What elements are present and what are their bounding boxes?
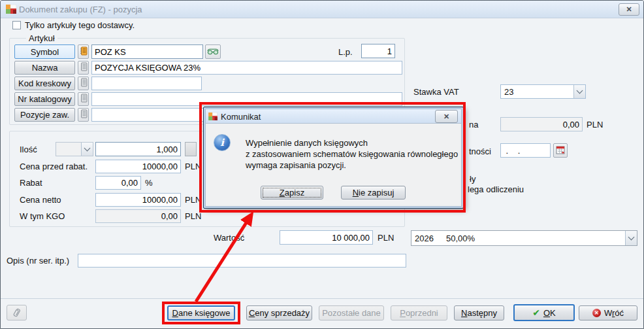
komunikat-dialog: Komunikat ✕ i Wypełnienie danych księgow… xyxy=(203,107,464,209)
nr-katalogowy-label-button[interactable]: Nr katalogowy xyxy=(14,92,75,106)
wroc-button[interactable]: ✕ Wróć xyxy=(579,305,637,320)
nr-katalogowy-input[interactable] xyxy=(91,92,402,106)
hidden-text-fragment-2: lega odliczeniu xyxy=(468,184,524,194)
cena-netto-label: Cena netto xyxy=(20,195,61,205)
poprzedni-button: Poprzedni xyxy=(391,305,447,320)
dialog-title: Komunikat xyxy=(221,112,261,122)
wroc-label: Wróć xyxy=(604,308,624,318)
close-icon: ✕ xyxy=(443,113,449,121)
termin-date-input[interactable] xyxy=(500,143,551,158)
wartosc-label: Wartość xyxy=(214,233,244,243)
cena-netto-unit: PLN xyxy=(185,195,201,205)
chevron-down-icon xyxy=(81,143,93,156)
window-close-button[interactable]: ✕ xyxy=(619,3,639,16)
pozycje-zaw-label-button[interactable]: Pozycje zaw. xyxy=(14,108,75,122)
notebook-gray-icon xyxy=(80,109,88,120)
nazwa-lookup-button[interactable] xyxy=(78,61,89,75)
wartosc-unit: PLN xyxy=(378,233,394,243)
zapisz-button[interactable]: Zapisz xyxy=(261,186,323,199)
stawka-vat-value: 23 xyxy=(501,87,573,97)
ceny-sprzedazy-label: Ceny sprzedaży xyxy=(249,308,310,318)
cena-label-fragment: na xyxy=(469,120,478,130)
kod-kreskowy-label-button[interactable]: Kod kreskowy xyxy=(14,77,75,90)
ilosc-label: Ilość xyxy=(20,145,37,154)
rok-odliczenia-combobox[interactable]: 2026 50,00% xyxy=(411,230,637,246)
nazwa-label: Nazwa xyxy=(32,63,58,73)
notebook-gray-icon xyxy=(80,94,88,105)
dialog-body: i Wypełnienie danych księgowych z zastos… xyxy=(205,123,462,207)
ok-label: OK xyxy=(543,308,556,318)
opis-input[interactable] xyxy=(78,254,406,268)
supplier-filter-label: Tylko artykuły tego dostawcy. xyxy=(25,20,135,30)
ceny-sprzedazy-button[interactable]: Ceny sprzedaży xyxy=(246,305,312,320)
wartosc-input[interactable] xyxy=(280,230,373,245)
nr-katalogowy-label: Nr katalogowy xyxy=(18,94,71,104)
stawka-vat-combobox[interactable]: 23 xyxy=(500,84,586,99)
main-titlebar: Dokument zakupu (FZ) - pozycja xyxy=(1,1,643,18)
symbol-label-button[interactable]: Symbol xyxy=(14,44,75,59)
kod-kreskowy-label: Kod kreskowy xyxy=(18,78,71,88)
dialog-close-button[interactable]: ✕ xyxy=(435,110,458,123)
cena-przed-rabatem-input[interactable] xyxy=(95,160,181,173)
cancel-x-icon: ✕ xyxy=(592,309,601,317)
symbol-input[interactable] xyxy=(91,44,203,59)
chevron-down-icon xyxy=(625,231,637,245)
symbol-preview-button[interactable] xyxy=(205,44,221,59)
notebook-gray-icon xyxy=(80,62,88,73)
kod-kreskowy-lookup-button[interactable] xyxy=(78,77,89,90)
dialog-message-line3: wymaga zapisania pozycji. xyxy=(246,160,346,171)
dialog-message-line2: z zastosowaniem schematów księgowania ró… xyxy=(246,148,458,160)
dane-ksiegowe-button[interactable]: Dane księgowe xyxy=(167,305,235,320)
app-logo-icon xyxy=(208,113,217,120)
cena-przed-rabatem-unit: PLN xyxy=(185,162,201,171)
pozostale-dane-button: Pozostałe dane xyxy=(319,305,384,320)
artykul-legend: Artykuł xyxy=(26,33,57,43)
pozostale-dane-label: Pozostałe dane xyxy=(322,308,381,318)
nie-zapisuj-button[interactable]: Nie zapisuj xyxy=(341,186,406,199)
poprzedni-label: Poprzedni xyxy=(400,308,438,318)
ilosc-extra-button[interactable] xyxy=(185,142,197,156)
info-icon: i xyxy=(214,134,231,151)
lp-label: L.p. xyxy=(338,47,353,57)
attachment-button[interactable] xyxy=(7,305,27,320)
nastepny-button[interactable]: Następny xyxy=(454,305,504,320)
nr-katalogowy-lookup-button[interactable] xyxy=(78,92,89,106)
ok-button[interactable]: ✔ OK xyxy=(513,304,575,321)
pozycje-zaw-lookup-button[interactable] xyxy=(78,108,89,122)
supplier-filter-checkbox[interactable] xyxy=(12,21,21,29)
unit-combobox[interactable] xyxy=(56,142,93,156)
termin-label-fragment: tności xyxy=(469,147,491,156)
footer-separator xyxy=(1,298,643,299)
ilosc-input[interactable] xyxy=(95,142,181,156)
nazwa-input[interactable] xyxy=(91,61,402,75)
stawka-vat-label: Stawka VAT xyxy=(413,87,459,97)
w-tym-kgo-input xyxy=(95,209,181,223)
chevron-down-icon xyxy=(573,85,585,98)
paperclip-icon xyxy=(10,306,22,319)
lp-input[interactable] xyxy=(361,44,395,58)
calendar-button[interactable] xyxy=(553,143,568,158)
cena-przed-rabatem-label: Cena przed rabat. xyxy=(20,162,88,171)
kod-kreskowy-input[interactable] xyxy=(91,77,202,90)
komunikat-titlebar: Komunikat ✕ xyxy=(205,109,462,124)
nazwa-label-button[interactable]: Nazwa xyxy=(14,61,75,75)
opis-label: Opis (nr ser. itp.) xyxy=(7,256,69,266)
cena-netto-input[interactable] xyxy=(95,193,181,207)
app-logo-icon xyxy=(6,5,16,16)
rok-value: 2026 xyxy=(411,234,437,243)
procent-value: 50,00% xyxy=(437,234,625,243)
rabat-unit: % xyxy=(145,178,153,188)
notebook-icon xyxy=(80,46,88,58)
pozycje-zaw-label: Pozycje zaw. xyxy=(20,110,69,120)
rabat-input[interactable] xyxy=(95,176,141,190)
check-icon: ✔ xyxy=(532,307,540,318)
glasses-icon xyxy=(207,47,219,57)
w-tym-kgo-label: W tym KGO xyxy=(20,211,65,221)
dialog-message-line1: Wypełnienie danych księgowych xyxy=(246,137,368,148)
nie-zapisuj-label: Nie zapisuj xyxy=(353,188,394,198)
symbol-lookup-button[interactable] xyxy=(78,44,89,59)
zapisz-label: Zapisz xyxy=(280,188,304,198)
rabat-label: Rabat xyxy=(20,178,42,188)
dane-ksiegowe-label: Dane księgowe xyxy=(172,308,231,318)
symbol-label: Symbol xyxy=(31,47,59,57)
